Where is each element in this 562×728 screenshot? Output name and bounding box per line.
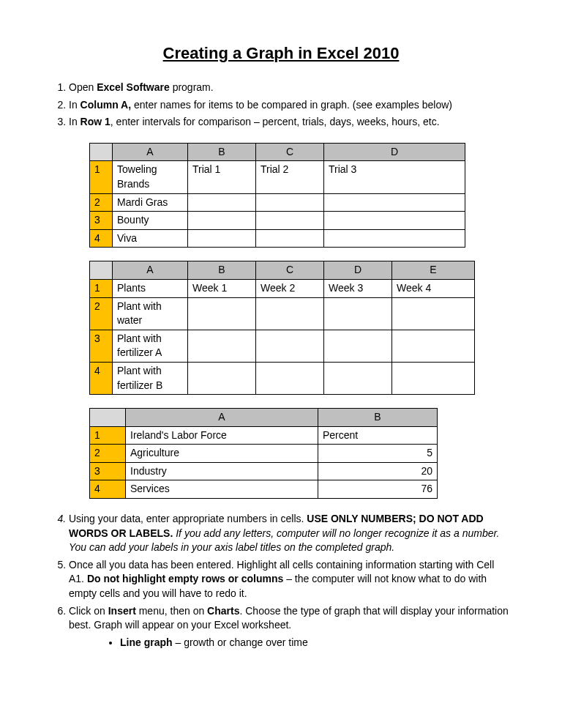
col-header: C	[256, 261, 324, 280]
instruction-list: Open Excel Software program. In Column A…	[53, 81, 509, 650]
step-1-bold: Excel Software	[97, 81, 170, 93]
cell	[188, 297, 256, 330]
row-header: 2	[90, 445, 126, 463]
step-2-pre: In	[69, 99, 80, 111]
cell	[392, 362, 475, 394]
cell: Plant with water	[113, 297, 188, 330]
table-row: 2 Mardi Gras	[90, 193, 465, 212]
cell	[324, 297, 392, 330]
cell	[256, 212, 324, 230]
step-5: Once all you data has been entered. High…	[69, 558, 509, 601]
table-row: 1 Toweling Brands Trial 1 Trial 2 Trial …	[90, 161, 465, 193]
cell	[188, 193, 256, 212]
graph-type-list: Line graph – growth or change over time	[120, 636, 509, 650]
example-table-2: A B C D E 1 Plants Week 1 Week 2 Week 3 …	[89, 261, 475, 395]
cell: Mardi Gras	[113, 193, 188, 212]
cell	[324, 193, 465, 212]
table-corner	[90, 409, 126, 427]
step-3-post: , enter intervals for comparison – perce…	[110, 116, 440, 127]
step-5-bold: Do not highlight empty rows or columns	[87, 573, 283, 584]
bullet-line-graph: Line graph – growth or change over time	[120, 636, 509, 650]
cell: Bounty	[113, 212, 188, 230]
row-header: 2	[90, 297, 113, 330]
cell: Week 3	[324, 279, 392, 297]
row-header: 3	[90, 212, 113, 230]
col-header: B	[318, 409, 438, 427]
cell: Ireland's Labor Force	[126, 426, 318, 445]
page-title: Creating a Graph in Excel 2010	[53, 44, 509, 63]
cell	[392, 330, 475, 362]
col-header: A	[126, 409, 318, 427]
cell: Week 4	[392, 279, 475, 297]
example-table-3: A B 1 Ireland's Labor Force Percent 2 Ag…	[89, 408, 438, 499]
step-1-post: program.	[170, 81, 214, 93]
table-header-row: A B C D E	[90, 261, 475, 280]
cell	[256, 362, 324, 394]
step-3-pre: In	[69, 116, 80, 127]
col-header: B	[188, 261, 256, 280]
cell	[188, 212, 256, 230]
table-row: 3 Plant with fertilizer A	[90, 330, 475, 362]
cell	[392, 297, 475, 330]
cell	[324, 362, 392, 394]
cell: Viva	[113, 229, 188, 248]
cell: Trial 1	[188, 161, 256, 193]
step-6-bold2: Charts	[207, 605, 239, 617]
example-table-1: A B C D 1 Toweling Brands Trial 1 Trial …	[89, 143, 465, 248]
step-6-bold1: Insert	[108, 605, 136, 617]
row-header: 4	[90, 362, 113, 394]
cell: Percent	[318, 426, 438, 445]
step-6: Click on Insert menu, then on Charts. Ch…	[69, 604, 509, 650]
cell: Trial 3	[324, 161, 465, 193]
cell: Plant with fertilizer B	[113, 362, 188, 394]
cell	[188, 362, 256, 394]
table-row: 4 Plant with fertilizer B	[90, 362, 475, 394]
step-4: Using your data, enter appropriate numbe…	[69, 512, 509, 555]
col-header: A	[113, 261, 188, 280]
cell: Plants	[113, 279, 188, 297]
cell	[188, 229, 256, 248]
col-header: C	[256, 143, 324, 161]
step-1-pre: Open	[69, 81, 97, 93]
step-3: In Row 1, enter intervals for comparison…	[69, 115, 509, 499]
table-row: 1 Plants Week 1 Week 2 Week 3 Week 4	[90, 279, 475, 297]
table-row: 4 Viva	[90, 229, 465, 248]
cell: Week 1	[188, 279, 256, 297]
cell: 5	[318, 445, 438, 463]
col-header: E	[392, 261, 475, 280]
col-header: B	[188, 143, 256, 161]
table-header-row: A B	[90, 409, 438, 427]
row-header: 1	[90, 161, 113, 193]
cell	[256, 297, 324, 330]
step-1: Open Excel Software program.	[69, 81, 509, 95]
table-corner	[90, 261, 113, 280]
step-6-mid: menu, then on	[136, 605, 207, 617]
cell	[324, 330, 392, 362]
table-row: 3 Bounty	[90, 212, 465, 230]
cell	[324, 212, 465, 230]
col-header: D	[324, 261, 392, 280]
cell: Industry	[126, 462, 318, 480]
row-header: 4	[90, 480, 126, 499]
cell: Toweling Brands	[113, 161, 188, 193]
table-corner	[90, 143, 113, 161]
step-3-bold: Row 1	[80, 116, 110, 127]
cell: 76	[318, 480, 438, 499]
cell: Agriculture	[126, 445, 318, 463]
row-header: 2	[90, 193, 113, 212]
cell	[256, 193, 324, 212]
row-header: 3	[90, 330, 113, 362]
cell	[256, 229, 324, 248]
cell: Week 2	[256, 279, 324, 297]
cell: 20	[318, 462, 438, 480]
table-row: 1 Ireland's Labor Force Percent	[90, 426, 438, 445]
table-row: 2 Agriculture 5	[90, 445, 438, 463]
cell	[324, 229, 465, 248]
cell: Services	[126, 480, 318, 499]
row-header: 1	[90, 426, 126, 445]
step-2-bold: Column A,	[80, 99, 131, 111]
table-header-row: A B C D	[90, 143, 465, 161]
step-6-pre: Click on	[69, 605, 108, 617]
step-2: In Column A, enter names for items to be…	[69, 98, 509, 113]
cell: Plant with fertilizer A	[113, 330, 188, 362]
